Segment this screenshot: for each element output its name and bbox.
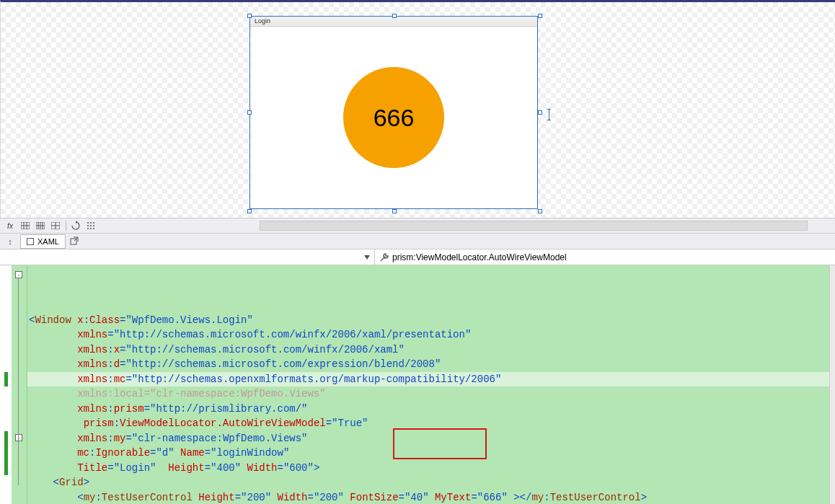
code-line[interactable]: xmlns:local="clr-namespace:WpfDemo.Views… (29, 386, 832, 402)
refresh-icon[interactable] (69, 219, 83, 232)
svg-point-17 (93, 225, 94, 226)
svg-point-18 (87, 228, 89, 229)
code-line[interactable]: prism:ViewModelLocator.AutoWireViewModel… (29, 416, 832, 431)
fold-toggle[interactable]: - (15, 434, 22, 441)
grid-layout-3-icon[interactable] (48, 219, 63, 232)
selection-handle[interactable] (538, 110, 542, 115)
change-marker-margin (0, 265, 12, 504)
code-line[interactable]: xmlns:prism="http://prismlibrary.com/" (29, 402, 832, 417)
svg-point-15 (87, 225, 89, 226)
xaml-tabstrip: ↕ XAML (0, 234, 835, 249)
preview-window-client: 666 (250, 27, 537, 208)
selection-handle[interactable] (538, 209, 542, 213)
selection-handle[interactable] (247, 14, 252, 18)
svg-point-12 (87, 222, 89, 224)
selection-handle[interactable] (247, 209, 252, 213)
designer-toolbar: fx (0, 218, 835, 234)
svg-point-14 (93, 222, 94, 224)
fold-toggle[interactable]: - (15, 271, 22, 278)
fold-gutter[interactable]: -- (12, 265, 27, 504)
swap-panes-icon[interactable]: ↕ (4, 236, 16, 247)
svg-point-13 (90, 222, 92, 224)
selection-handle[interactable] (392, 14, 397, 18)
breadcrumb-path: prism:ViewModelLocator.AutoWireViewModel (392, 252, 567, 262)
code-line[interactable]: Title="Login" Height="400" Width="600"> (29, 461, 832, 476)
grid-layout-1-icon[interactable] (18, 219, 32, 232)
xaml-breadcrumb-bar: prism:ViewModelLocator.AutoWireViewModel (0, 249, 835, 265)
horizontal-scrollbar[interactable] (260, 221, 808, 231)
popout-icon[interactable] (70, 236, 80, 247)
dropdown-arrow-icon[interactable] (363, 253, 371, 262)
code-line[interactable]: <Grid> (29, 475, 832, 490)
code-text[interactable]: <Window x:Class="WpfDemo.Views.Login" xm… (27, 265, 835, 504)
snap-grid-icon[interactable] (84, 219, 98, 232)
breadcrumb-right[interactable]: prism:ViewModelLocator.AutoWireViewModel (375, 249, 835, 265)
svg-point-20 (93, 228, 94, 229)
code-line[interactable]: mc:Ignorable="d" Name="loginWindow" (29, 446, 832, 461)
code-line[interactable]: xmlns:d="http://schemas.microsoft.com/ex… (29, 357, 832, 372)
tab-xaml[interactable]: XAML (20, 234, 66, 249)
code-editor[interactable]: -- <Window x:Class="WpfDemo.Views.Login"… (0, 265, 835, 504)
code-line[interactable]: <my:TestUserControl Height="200" Width="… (29, 490, 832, 505)
breadcrumb-left[interactable] (0, 249, 375, 265)
code-line[interactable]: <Window x:Class="WpfDemo.Views.Login" (29, 313, 832, 328)
grid-layout-2-icon[interactable] (33, 219, 48, 232)
adorner-caret (549, 109, 549, 120)
code-line[interactable]: xmlns:mc="http://schemas.openxmlformats.… (29, 372, 832, 387)
svg-point-19 (90, 228, 92, 229)
test-user-control-circle[interactable]: 666 (343, 67, 444, 168)
code-line[interactable]: xmlns:my="clr-namespace:WpfDemo.Views" (29, 431, 832, 446)
code-line[interactable]: xmlns="http://schemas.microsoft.com/winf… (29, 327, 832, 342)
toolbar-separator (63, 219, 68, 232)
fx-button[interactable]: fx (3, 219, 17, 232)
svg-point-16 (90, 225, 92, 226)
vertical-scrollbar[interactable] (829, 265, 835, 504)
wrench-icon (379, 252, 389, 262)
tab-label: XAML (37, 237, 59, 246)
selection-handle[interactable] (538, 14, 542, 18)
selection-handle[interactable] (247, 110, 252, 115)
designer-canvas[interactable]: Login 666 (0, 0, 835, 218)
preview-window[interactable]: Login 666 (249, 16, 538, 209)
xaml-tab-icon (27, 238, 34, 245)
preview-window-titlebar: Login (250, 17, 537, 27)
selection-handle[interactable] (392, 209, 397, 213)
code-line[interactable]: xmlns:x="http://schemas.microsoft.com/wi… (29, 342, 832, 358)
